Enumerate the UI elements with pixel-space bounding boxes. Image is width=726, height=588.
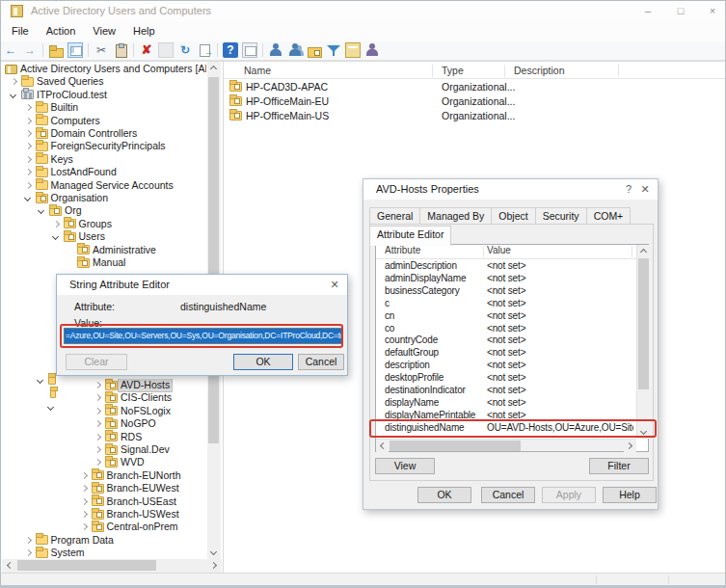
delegate-icon[interactable] [364,42,380,58]
attributes-list[interactable]: Attribute Value adminDescription<not set… [375,244,649,452]
tree-item[interactable]: Program Data [2,534,206,547]
grid-column-value[interactable]: Value [487,245,633,255]
tree-item[interactable]: Signal.Dev [2,443,206,456]
show-console-tree-icon[interactable] [67,42,83,58]
tree-item[interactable]: LostAndFound [2,166,206,178]
clear-button[interactable]: Clear [66,354,127,370]
tree-item[interactable]: Builtin [2,101,206,114]
tree-item[interactable]: WVD [2,456,206,468]
help-button[interactable]: Help [603,487,657,503]
chevron-down-icon[interactable] [38,206,46,215]
list-item[interactable]: HP-OfficeMain-USOrganizational... [224,109,725,123]
tree-item[interactable]: Branch-EUWest [2,482,206,494]
up-one-level-icon[interactable] [48,42,64,58]
chevron-down-icon[interactable] [24,194,33,202]
tree-item[interactable]: Branch-EUNorth [2,469,206,482]
scroll-up-icon[interactable] [637,245,650,257]
cancel-button[interactable]: Cancel [481,487,535,503]
chevron-right-icon[interactable] [24,117,33,125]
column-separator[interactable] [632,246,632,257]
tree-item[interactable]: Org [2,204,206,217]
tab-managed-by[interactable]: Managed By [420,207,492,225]
chevron-right-icon[interactable] [94,419,102,428]
attribute-row[interactable]: adminDisplayName<not set> [376,273,636,285]
show-window-icon[interactable] [242,42,257,58]
chevron-right-icon[interactable] [52,220,61,228]
attribute-row[interactable]: desktopProfile<not set> [376,372,636,385]
export-list-icon[interactable] [197,42,212,58]
ok-button[interactable]: OK [417,487,471,503]
value-input[interactable]: =Azure,OU=Site,OU=Servers,OU=Sys,OU=Orga… [64,328,342,344]
chevron-right-icon[interactable] [24,181,33,190]
attribute-row[interactable]: adminDescription<not set> [376,260,636,273]
column-separator[interactable] [483,246,484,257]
scrollbar-thumb[interactable] [208,77,219,443]
column-header-name[interactable]: Name [244,65,271,76]
column-separator[interactable] [618,65,619,77]
chevron-right-icon[interactable] [94,381,102,389]
attribute-row[interactable]: cn<not set> [376,310,636,323]
menu-action[interactable]: Action [38,21,85,41]
view-button[interactable]: View [375,458,435,474]
tree-item[interactable]: Keys [2,153,206,166]
column-header-type[interactable]: Type [442,65,464,76]
close-icon[interactable]: ✕ [320,275,349,295]
scroll-down-icon[interactable] [207,547,220,559]
tree-item[interactable]: CIS-Clients [2,391,206,404]
column-separator[interactable] [432,65,433,77]
tree-item[interactable]: NoGPO [2,417,206,430]
menu-help[interactable]: Help [124,21,164,41]
scroll-up-icon[interactable] [207,62,220,74]
tree-item[interactable]: Branch-USWest [2,508,206,521]
refresh-icon[interactable] [177,42,193,58]
chevron-right-icon[interactable] [94,393,102,402]
chevron-right-icon[interactable] [10,77,18,86]
column-separator[interactable] [504,65,505,77]
new-group-icon[interactable] [287,42,303,58]
attribute-row[interactable]: countryCode<not set> [376,334,636,347]
chevron-right-icon[interactable] [24,168,33,176]
attribute-row[interactable]: businessCategory<not set> [376,285,636,298]
chevron-right-icon[interactable] [94,458,102,467]
delete-icon[interactable] [139,42,154,58]
tree-item[interactable]: Users [2,230,206,243]
tree-item[interactable]: NoFSLogix [2,405,206,417]
cancel-button[interactable]: Cancel [298,354,344,370]
tab-attribute-editor[interactable]: Attribute Editor [369,226,451,246]
minimize-button[interactable]: – [633,1,662,21]
tree-item[interactable]: AVD-Hosts [2,379,206,391]
tree-item[interactable]: Computers [2,115,206,127]
apply-button[interactable]: Apply [542,487,596,503]
tree-item[interactable]: Managed Service Accounts [2,179,206,192]
chevron-right-icon[interactable] [24,548,33,557]
menu-view[interactable]: View [84,21,124,41]
scrollbar-thumb[interactable] [17,560,156,571]
attribute-row[interactable]: co<not set> [376,323,636,335]
tree-item[interactable]: Active Directory Users and Computers [AD… [2,63,206,75]
tree-item[interactable]: Administrative [2,244,206,256]
tree-item[interactable]: System [2,547,206,559]
new-user-icon[interactable] [268,42,283,58]
cut-icon[interactable] [94,42,109,58]
column-header-description[interactable]: Description [514,65,565,76]
scroll-down-icon[interactable] [637,426,650,439]
paste-icon[interactable] [113,42,128,58]
chevron-right-icon[interactable] [94,445,102,454]
new-ou-icon[interactable] [307,42,322,58]
tree-item[interactable]: Central-onPrem [2,521,206,533]
grid-column-attribute[interactable]: Attribute [385,245,484,255]
chevron-right-icon[interactable] [24,103,33,112]
properties-icon[interactable] [158,42,174,58]
scroll-right-icon[interactable] [624,440,636,452]
chevron-right-icon[interactable] [24,536,33,545]
scrollbar-thumb[interactable] [390,441,521,451]
grid-horizontal-scrollbar[interactable] [376,439,636,451]
chevron-down-icon[interactable] [52,232,61,241]
attribute-row[interactable]: displayNamePrintable<not set> [376,410,636,422]
attribute-row[interactable]: destinationIndicator<not set> [376,385,636,397]
tree-item[interactable]: Saved Queries [2,75,206,88]
chevron-down-icon[interactable] [10,91,18,99]
tree-item[interactable]: Groups [2,218,206,230]
chevron-right-icon[interactable] [80,484,89,493]
tree-horizontal-scrollbar[interactable] [2,559,222,573]
